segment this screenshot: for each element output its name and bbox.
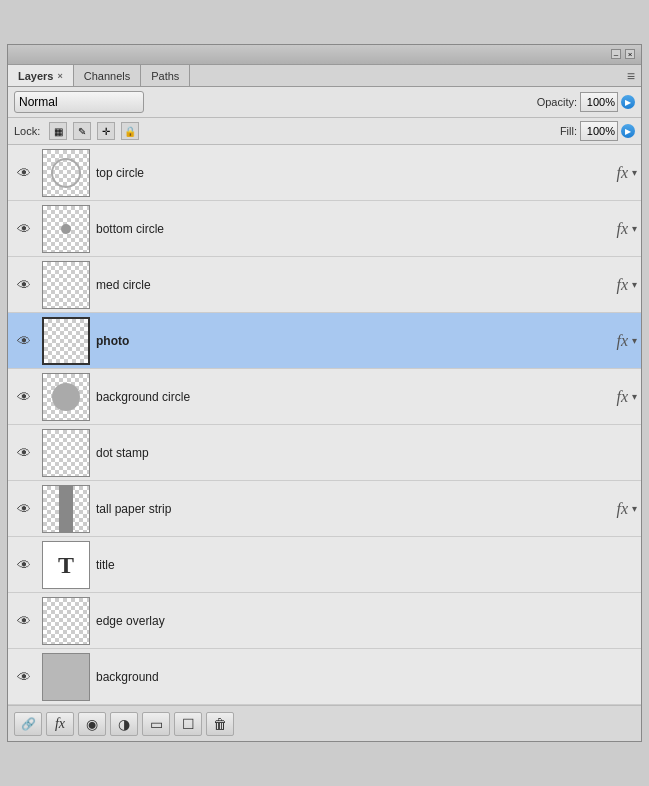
panel-menu-button[interactable]: ≡	[621, 65, 641, 86]
close-button[interactable]: ×	[625, 49, 635, 59]
lock-all-button[interactable]: 🔒	[121, 122, 139, 140]
layer-expand-icon[interactable]: ▾	[632, 335, 637, 346]
title-bar: – ×	[8, 45, 641, 65]
layer-name: tall paper strip	[96, 502, 616, 516]
layer-visibility-toggle[interactable]: 👁	[12, 333, 36, 349]
layer-visibility-toggle[interactable]: 👁	[12, 557, 36, 573]
link-layers-button[interactable]: 🔗	[14, 712, 42, 736]
layer-fx-icon: fx	[616, 220, 628, 238]
layer-item[interactable]: 👁 top circle fx ▾	[8, 145, 641, 201]
tab-paths[interactable]: Paths	[141, 65, 190, 86]
layer-fx-icon: fx	[616, 164, 628, 182]
opacity-input[interactable]	[580, 92, 618, 112]
layer-expand-icon[interactable]: ▾	[632, 223, 637, 234]
layer-thumbnail	[42, 317, 90, 365]
opacity-label: Opacity:	[537, 96, 577, 108]
add-adjustment-button[interactable]: ◑	[110, 712, 138, 736]
layer-item[interactable]: 👁 background circle fx ▾	[8, 369, 641, 425]
layer-name: background circle	[96, 390, 616, 404]
layers-list: 👁 top circle fx ▾ 👁 bottom circle fx ▾ 👁	[8, 145, 641, 705]
new-layer-button[interactable]: ☐	[174, 712, 202, 736]
tab-layers[interactable]: Layers ×	[8, 65, 74, 86]
layer-expand-icon[interactable]: ▾	[632, 167, 637, 178]
layer-thumbnail	[42, 149, 90, 197]
fill-arrow-button[interactable]: ▶	[621, 124, 635, 138]
layer-fx-icon: fx	[616, 388, 628, 406]
bottom-toolbar: 🔗 fx ◉ ◑ ▭ ☐ 🗑	[8, 705, 641, 741]
layer-visibility-toggle[interactable]: 👁	[12, 389, 36, 405]
add-mask-button[interactable]: ◉	[78, 712, 106, 736]
layer-thumbnail: T	[42, 541, 90, 589]
layer-item[interactable]: 👁 edge overlay	[8, 593, 641, 649]
layer-visibility-toggle[interactable]: 👁	[12, 277, 36, 293]
layer-visibility-toggle[interactable]: 👁	[12, 221, 36, 237]
layer-name: title	[96, 558, 637, 572]
layer-item[interactable]: 👁 background	[8, 649, 641, 705]
opacity-group: Opacity: ▶	[537, 92, 635, 112]
layer-item[interactable]: 👁 tall paper strip fx ▾	[8, 481, 641, 537]
layer-item-selected[interactable]: 👁 photo fx ▾	[8, 313, 641, 369]
layer-thumbnail	[42, 205, 90, 253]
tab-close-icon[interactable]: ×	[57, 71, 62, 81]
delete-layer-button[interactable]: 🗑	[206, 712, 234, 736]
layer-name: bottom circle	[96, 222, 616, 236]
lock-position-button[interactable]: ✎	[73, 122, 91, 140]
layer-visibility-toggle[interactable]: 👁	[12, 613, 36, 629]
layer-fx-icon: fx	[616, 332, 628, 350]
lock-label: Lock:	[14, 125, 40, 137]
layer-item[interactable]: 👁 bottom circle fx ▾	[8, 201, 641, 257]
blend-mode-select[interactable]: Normal Dissolve Multiply Screen Overlay	[14, 91, 144, 113]
layer-thumbnail	[42, 373, 90, 421]
layer-name: top circle	[96, 166, 616, 180]
opacity-arrow-button[interactable]: ▶	[621, 95, 635, 109]
blend-mode-wrapper: Normal Dissolve Multiply Screen Overlay	[14, 91, 144, 113]
layer-thumbnail	[42, 653, 90, 701]
minimize-button[interactable]: –	[611, 49, 621, 59]
fill-input[interactable]	[580, 121, 618, 141]
lock-move-button[interactable]: ✛	[97, 122, 115, 140]
layers-panel: – × Layers × Channels Paths ≡ Normal Dis…	[7, 44, 642, 742]
tab-channels[interactable]: Channels	[74, 65, 141, 86]
text-layer-icon: T	[58, 551, 74, 578]
layer-visibility-toggle[interactable]: 👁	[12, 165, 36, 181]
layer-thumbnail	[42, 597, 90, 645]
layer-expand-icon[interactable]: ▾	[632, 503, 637, 514]
layer-expand-icon[interactable]: ▾	[632, 391, 637, 402]
layer-name: photo	[96, 334, 616, 348]
layer-visibility-toggle[interactable]: 👁	[12, 501, 36, 517]
add-fx-button[interactable]: fx	[46, 712, 74, 736]
layer-name: med circle	[96, 278, 616, 292]
layer-item[interactable]: 👁 med circle fx ▾	[8, 257, 641, 313]
layer-item[interactable]: 👁 dot stamp	[8, 425, 641, 481]
layer-thumbnail	[42, 429, 90, 477]
layer-thumbnail	[42, 485, 90, 533]
layer-name: dot stamp	[96, 446, 637, 460]
tab-bar: Layers × Channels Paths ≡	[8, 65, 641, 87]
layer-visibility-toggle[interactable]: 👁	[12, 669, 36, 685]
layer-expand-icon[interactable]: ▾	[632, 279, 637, 290]
layer-name: background	[96, 670, 637, 684]
layer-visibility-toggle[interactable]: 👁	[12, 445, 36, 461]
layer-name: edge overlay	[96, 614, 637, 628]
layer-fx-icon: fx	[616, 500, 628, 518]
layer-item[interactable]: 👁 T title	[8, 537, 641, 593]
lock-fill-row: Lock: ▦ ✎ ✛ 🔒 Fill: ▶	[8, 118, 641, 145]
add-group-button[interactable]: ▭	[142, 712, 170, 736]
fill-group: Fill: ▶	[560, 121, 635, 141]
layer-fx-icon: fx	[616, 276, 628, 294]
lock-pixels-button[interactable]: ▦	[49, 122, 67, 140]
fill-label: Fill:	[560, 125, 577, 137]
layer-thumbnail	[42, 261, 90, 309]
blend-opacity-row: Normal Dissolve Multiply Screen Overlay …	[8, 87, 641, 118]
